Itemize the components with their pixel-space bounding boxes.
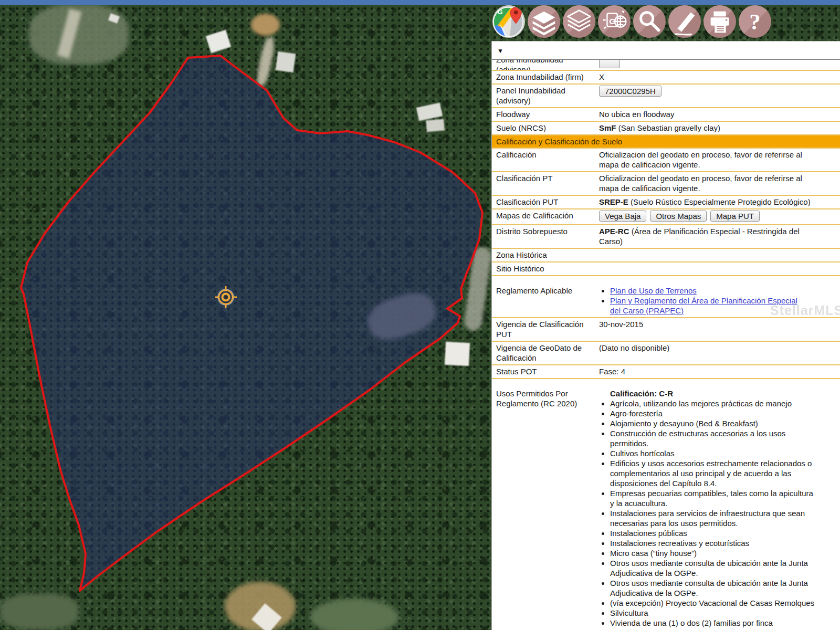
row-label: Status POT: [496, 366, 599, 376]
info-row: Suelo (NRCS)SmF (San Sebastian gravelly …: [492, 122, 840, 135]
row-value: (Dato no disponible): [599, 343, 840, 363]
row-label: Distrito Sobrepuesto: [496, 226, 599, 246]
row-value: Plan de Uso de TerrenosPlan y Reglamento…: [599, 286, 840, 316]
draw-icon[interactable]: [668, 5, 701, 38]
row-value: [599, 264, 840, 274]
info-row: Status POTFase: 4: [492, 365, 840, 379]
info-row: CalificaciónOficializacion del geodato e…: [492, 149, 840, 172]
collapse-arrow-icon[interactable]: ▼: [497, 47, 503, 55]
list-item: Plan de Uso de Terrenos: [610, 286, 798, 296]
row-label: Usos Permitidos Por Reglamento (RC 2020): [496, 388, 599, 628]
info-row: Reglamento AplicablePlan de Uso de Terre…: [492, 285, 840, 318]
svg-text:G: G: [609, 17, 615, 26]
row-label: Zona Inundabilidad (firm): [496, 72, 599, 82]
row-value: No ubica en floodway: [599, 109, 840, 119]
info-row: Distrito SobrepuestoAPE-RC (Área de Plan…: [492, 225, 840, 249]
permitted-use-item: Empresas pecuarias compatibles, tales co…: [610, 488, 815, 508]
info-row: Zona Histórica: [492, 249, 840, 262]
row-value: X: [599, 72, 840, 82]
row-label: Vigencia de GeoDato de Calificación: [496, 343, 599, 363]
permitted-use-item: Instalaciones públicas: [610, 528, 815, 538]
row-value: Oficializacion del geodato en proceso, f…: [599, 150, 840, 170]
map-button-vega-baja[interactable]: Vega Baja: [599, 211, 646, 222]
row-label: Mapas de Calificación: [496, 211, 599, 223]
value-heading: Calificación: C-R: [610, 388, 815, 398]
help-icon[interactable]: ?: [739, 5, 771, 38]
row-label: Clasificación PT: [496, 173, 599, 193]
info-row: Zona Inundabilidad (advisory): [492, 60, 840, 71]
value-button[interactable]: [599, 60, 620, 68]
map-toolbar: GG?: [492, 5, 771, 38]
row-value: Calificación: C-RAgrícola, utilizando la…: [599, 388, 840, 628]
row-label: Zona Histórica: [496, 250, 599, 260]
info-panel: ▼ Zona Inundabilidad (advisory)Zona Inun…: [491, 41, 840, 630]
permitted-use-item: Cultivos hortícolas: [610, 448, 815, 458]
row-label: Calificación: [496, 150, 599, 170]
layers-icon[interactable]: [528, 5, 560, 38]
layers-alt-icon[interactable]: [563, 5, 595, 38]
row-value: Oficializacion del geodato en proceso, f…: [599, 173, 840, 193]
row-value: [599, 60, 840, 68]
map-button-mapa-put[interactable]: Mapa PUT: [710, 211, 760, 222]
info-row: Usos Permitidos Por Reglamento (RC 2020)…: [492, 387, 840, 629]
permitted-use-item: Otros usos mediante consulta de ubicació…: [610, 578, 815, 598]
info-table: Zona Inundabilidad (advisory)Zona Inunda…: [492, 59, 840, 629]
info-row: Vigencia de GeoDato de Calificación(Dato…: [492, 342, 840, 365]
permitted-use-item: Micro casa (“tiny house”): [610, 548, 815, 558]
row-label: Sitio Histórico: [496, 264, 599, 274]
permitted-use-item: Silvicultura: [610, 608, 815, 618]
row-value: 30-nov-2015: [599, 319, 840, 339]
row-value: Vega BajaOtros MapasMapa PUT: [599, 211, 840, 223]
reglamento-link[interactable]: Plan de Uso de Terrenos: [610, 286, 697, 295]
permitted-use-item: Edificios y usos accesorios estrechament…: [610, 458, 815, 488]
map-button-otros-mapas[interactable]: Otros Mapas: [650, 211, 707, 222]
permitted-uses-list: Agrícola, utilizando las mejores práctic…: [599, 398, 815, 628]
info-row: Panel Inundabilidad (advisory)72000C0295…: [492, 85, 840, 108]
permitted-use-item: Otros usos mediante consulta de ubicació…: [610, 558, 815, 578]
row-label: Reglamento Aplicable: [496, 286, 599, 316]
panel-header: ▼: [492, 41, 840, 59]
search-icon[interactable]: [633, 5, 666, 38]
section-header: Calificación y Clasificación de Suelo: [492, 135, 840, 149]
row-label: Clasificación PUT: [496, 197, 599, 207]
parcel-polygon[interactable]: [21, 56, 482, 591]
svg-text:?: ?: [749, 9, 760, 34]
permitted-use-item: Construcción de estructuras accesorias a…: [610, 428, 815, 448]
row-value: APE-RC (Área de Planificación Especial -…: [599, 226, 840, 246]
info-row: FloodwayNo ubica en floodway: [492, 108, 840, 122]
app-window: GG? ▼ Zona Inundabilidad (advisory)Zona …: [0, 0, 840, 630]
permitted-use-item: Vivienda de una (1) o dos (2) familias p…: [610, 618, 815, 628]
row-label: Zona Inundabilidad (advisory): [496, 60, 599, 68]
info-row: Sitio Histórico: [492, 262, 840, 276]
reglamento-link[interactable]: Plan y Reglamento del Área de Planificac…: [610, 296, 797, 315]
permitted-use-item: Instalaciones recreativas y ecoturística…: [610, 538, 815, 548]
google-maps-icon[interactable]: G: [492, 5, 525, 38]
row-label: Suelo (NRCS): [496, 123, 599, 133]
permitted-use-item: Alojamiento y desayuno (Bed & Breakfast): [610, 418, 815, 428]
permitted-use-item: (vía excepción) Proyecto Vacacional de C…: [610, 598, 815, 608]
row-label: Panel Inundabilidad (advisory): [496, 86, 599, 106]
row-value: 72000C0295H: [599, 86, 840, 106]
row-value: SmF (San Sebastian gravelly clay): [599, 123, 840, 133]
row-value: Fase: 4: [599, 366, 840, 376]
row-label: Floodway: [496, 109, 599, 119]
reglamento-links: Plan de Uso de TerrenosPlan y Reglamento…: [599, 286, 798, 316]
permitted-use-item: Agro-forestería: [610, 408, 815, 418]
permitted-use-item: Agrícola, utilizando las mejores práctic…: [610, 398, 815, 408]
value-button[interactable]: 72000C0295H: [599, 86, 662, 97]
info-row: Clasificación PUTSREP-E (Suelo Rústico E…: [492, 196, 840, 209]
street-view-icon[interactable]: G: [598, 5, 631, 38]
print-icon[interactable]: [704, 5, 736, 38]
svg-text:G: G: [498, 8, 503, 16]
info-row: Zona Inundabilidad (firm)X: [492, 71, 840, 85]
info-row: Clasificación PTOficializacion del geoda…: [492, 172, 840, 196]
permitted-use-item: Instalaciones para servicios de infraest…: [610, 508, 815, 528]
browser-top-strip: [0, 0, 840, 5]
row-value: [599, 250, 840, 260]
row-label: Vigencia de Clasificación PUT: [496, 319, 599, 339]
info-row: Mapas de CalificaciónVega BajaOtros Mapa…: [492, 209, 840, 225]
info-row: Vigencia de Clasificación PUT30-nov-2015: [492, 318, 840, 342]
row-value: SREP-E (Suelo Rústico Especialmente Prot…: [599, 197, 840, 207]
list-item: Plan y Reglamento del Área de Planificac…: [610, 296, 798, 316]
